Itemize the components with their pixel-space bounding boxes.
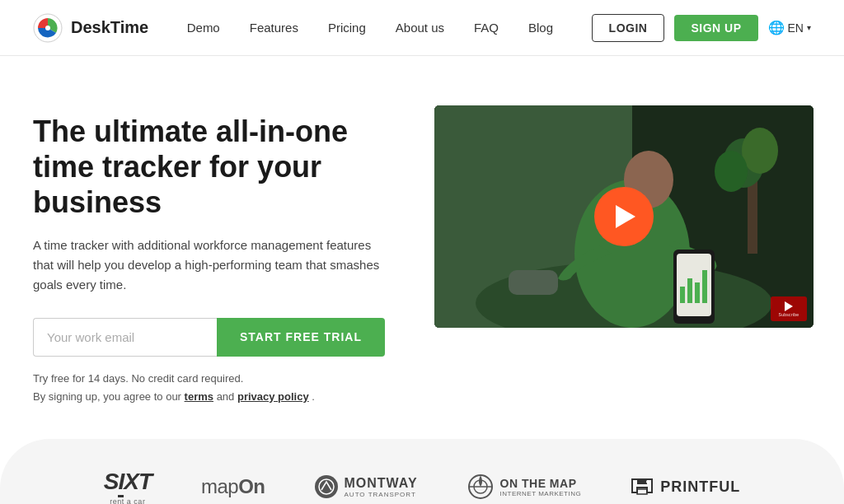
signup-button[interactable]: SIGN UP xyxy=(674,15,757,41)
period: . xyxy=(312,390,315,403)
youtube-badge: Subscribe xyxy=(771,296,807,321)
nav-links: Demo Features Pricing About us FAQ Blog xyxy=(187,21,553,35)
nav-link-features[interactable]: Features xyxy=(250,21,298,35)
youtube-play-icon xyxy=(785,301,793,311)
svg-rect-18 xyxy=(509,270,558,295)
mapon-logo: mapOn xyxy=(201,475,265,498)
nav-link-blog[interactable]: Blog xyxy=(528,21,553,35)
nav-link-demo[interactable]: Demo xyxy=(187,21,220,35)
montway-title: MONTWAY xyxy=(345,476,418,491)
svg-rect-11 xyxy=(687,278,692,303)
navbar-right: LOGIN SIGN UP 🌐 EN ▾ xyxy=(592,14,811,42)
montway-subtitle: AUTO TRANSPORT xyxy=(345,491,418,498)
onthemap-logo: ON THE MAP INTERNET MARKETING xyxy=(467,474,582,500)
video-scene: Subscribe xyxy=(434,105,814,328)
logo-printful: PRINTFUL xyxy=(631,478,740,496)
svg-rect-13 xyxy=(702,270,707,303)
terms-link[interactable]: terms xyxy=(185,390,213,403)
nav-link-pricing[interactable]: Pricing xyxy=(328,21,366,35)
desktime-logo-icon xyxy=(33,13,63,43)
printful-text: PRINTFUL xyxy=(660,478,740,496)
nav-link-about[interactable]: About us xyxy=(396,21,444,35)
hero-video[interactable]: Subscribe xyxy=(434,105,814,328)
language-selector[interactable]: 🌐 EN ▾ xyxy=(768,20,811,35)
nav-link-faq[interactable]: FAQ xyxy=(474,21,499,35)
svg-rect-10 xyxy=(680,287,685,303)
printful-logo: PRINTFUL xyxy=(631,478,740,496)
start-trial-button[interactable]: START FREE TRIAL xyxy=(217,318,385,357)
youtube-badge-inner: Subscribe xyxy=(779,301,799,317)
onthemap-text: ON THE MAP INTERNET MARKETING xyxy=(500,477,582,497)
sixt-logo: SIXT xyxy=(104,469,152,497)
montway-svg xyxy=(318,478,335,495)
hero-section: The ultimate all-in-one time tracker for… xyxy=(0,56,844,439)
cta-row: START FREE TRIAL xyxy=(33,318,385,357)
hero-left: The ultimate all-in-one time tracker for… xyxy=(33,105,385,406)
svg-point-1 xyxy=(45,26,50,30)
chevron-down-icon: ▾ xyxy=(807,23,811,32)
navbar: DeskTime Demo Features Pricing About us … xyxy=(0,0,844,56)
onthemap-title: ON THE MAP xyxy=(500,477,582,490)
svg-rect-23 xyxy=(637,489,647,494)
logo-mapon: mapOn xyxy=(201,475,265,498)
email-input[interactable] xyxy=(33,318,217,357)
logo-sixt: SIXT rent a car xyxy=(104,469,152,504)
svg-point-16 xyxy=(742,128,778,174)
hero-title: The ultimate all-in-one time tracker for… xyxy=(33,114,385,221)
video-play-button[interactable] xyxy=(594,187,654,246)
globe-icon: 🌐 xyxy=(768,20,785,35)
logo-text: DeskTime xyxy=(71,18,148,37)
privacy-link[interactable]: privacy policy xyxy=(237,390,309,403)
trial-note-line1: Try free for 14 days. No credit card req… xyxy=(33,372,243,385)
logo-area: DeskTime xyxy=(33,13,148,43)
onthemap-icon xyxy=(467,474,494,500)
logo-montway: MONTWAY AUTO TRANSPORT xyxy=(315,475,418,498)
sixt-sub: rent a car xyxy=(110,497,145,504)
svg-point-17 xyxy=(715,151,748,192)
and-text: and xyxy=(217,390,237,403)
trial-note: Try free for 14 days. No credit card req… xyxy=(33,370,385,406)
logos-section: SIXT rent a car mapOn MONTWAY AUTO TRANS… xyxy=(0,439,844,504)
login-button[interactable]: LOGIN xyxy=(592,14,665,42)
montway-icon xyxy=(315,475,338,498)
play-triangle-icon xyxy=(616,205,635,228)
onthemap-subtitle: INTERNET MARKETING xyxy=(500,490,582,497)
montway-text: MONTWAY AUTO TRANSPORT xyxy=(345,476,418,498)
printful-icon xyxy=(631,478,654,496)
hero-subtitle: A time tracker with additional workforce… xyxy=(33,236,385,295)
youtube-text: Subscribe xyxy=(779,312,799,317)
logo-onthemap: ON THE MAP INTERNET MARKETING xyxy=(467,474,582,500)
svg-rect-12 xyxy=(695,282,700,303)
lang-label: EN xyxy=(788,21,804,35)
svg-point-24 xyxy=(646,480,649,483)
montway-logo: MONTWAY AUTO TRANSPORT xyxy=(315,475,418,498)
trial-note-line2: By signing up, you agree to our xyxy=(33,390,181,403)
